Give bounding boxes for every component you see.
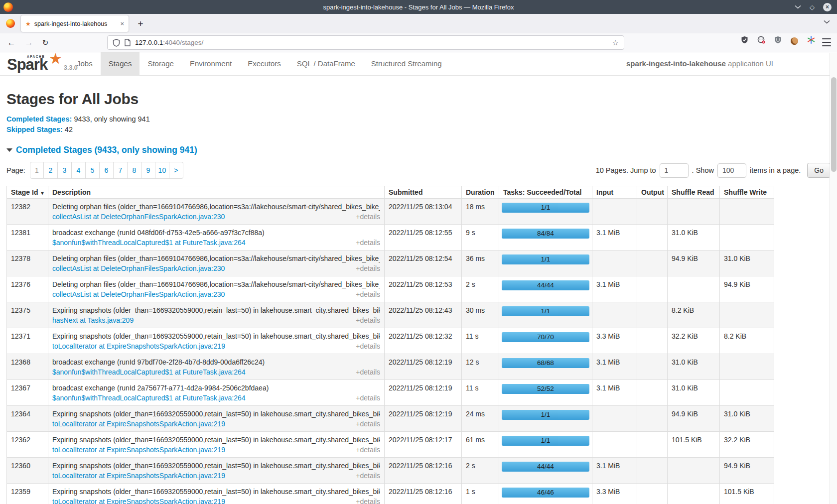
details-toggle[interactable]: +details [356,445,380,455]
page-button-1[interactable]: 1 [30,162,44,179]
details-toggle[interactable]: +details [356,341,380,351]
jump-to-page-input[interactable] [660,163,689,178]
bookmark-star-icon[interactable]: ☆ [612,38,619,47]
items-per-page-input[interactable] [717,163,746,178]
header-description[interactable]: Description [48,186,385,199]
stage-detail-link[interactable]: collectAsList at DeleteOrphanFilesSparkA… [52,289,225,299]
scrollbar-thumb[interactable] [831,77,837,172]
nav-item-sql-dataframe[interactable]: SQL / DataFrame [289,52,363,75]
spark-logo[interactable]: APACHE Spark ★ [7,53,66,75]
nav-item-executors[interactable]: Executors [240,52,289,75]
tasks-cell: 46/46 [499,484,592,504]
header-output[interactable]: Output [637,186,668,199]
page-button-10[interactable]: 10 [155,162,169,179]
site-info-icon[interactable] [125,39,131,46]
header-stage-id[interactable]: Stage Id ▾ [7,186,48,199]
stage-detail-link[interactable]: hasNext at Tasks.java:209 [52,315,134,325]
stage-detail-link[interactable]: toLocalIterator at ExpireSnapshotsSparkA… [52,471,225,481]
nav-item-storage[interactable]: Storage [140,52,182,75]
details-toggle[interactable]: +details [356,393,380,403]
browser-tab[interactable]: ★ spark-ingest-into-lakehous × [21,15,129,32]
page-button-6[interactable]: 6 [100,162,114,179]
stage-detail-link[interactable]: toLocalIterator at ExpireSnapshotsSparkA… [52,419,225,429]
list-tabs-chevron-icon[interactable] [824,20,830,24]
stage-detail-link[interactable]: collectAsList at DeleteOrphanFilesSparkA… [52,263,225,273]
page-content: Stages for All Jobs Completed Stages: 94… [0,76,837,504]
ublock-shield-icon[interactable] [774,36,782,46]
header-duration[interactable]: Duration [462,186,499,199]
page-button-7[interactable]: 7 [114,162,128,179]
nav-item-jobs[interactable]: Jobs [69,52,101,75]
details-toggle[interactable]: +details [356,263,380,273]
input-cell: 3.3 MiB [592,328,637,354]
output-cell [637,484,668,504]
output-cell [637,406,668,432]
asterisk-extension-icon[interactable] [807,36,815,46]
details-toggle[interactable]: +details [356,315,380,325]
cookie-icon[interactable] [791,37,798,45]
menu-icon[interactable] [822,38,831,46]
firefox-icon[interactable] [6,19,15,28]
nav-item-structured-streaming[interactable]: Structured Streaming [363,52,450,75]
header-input[interactable]: Input [592,186,637,199]
page-scrollbar[interactable] [830,53,837,504]
tasks-count: 1/1 [502,254,589,264]
page-button-9[interactable]: 9 [141,162,155,179]
url-bar[interactable]: 127.0.0.1:4040/stages/ ☆ [107,35,624,50]
stage-detail-link[interactable]: toLocalIterator at ExpireSnapshotsSparkA… [52,497,225,504]
input-cell [592,199,637,225]
details-toggle[interactable]: +details [356,471,380,481]
tasks-progress-bar: 52/52 [502,384,589,394]
close-button[interactable]: × [823,3,832,11]
back-button[interactable]: ← [4,36,18,50]
header-submitted[interactable]: Submitted [385,186,462,199]
stage-id-cell: 12382 [7,199,48,225]
header-shuffle-read[interactable]: Shuffle Read [668,186,720,199]
tab-close-icon[interactable]: × [120,20,124,27]
stage-detail-link[interactable]: $anonfun$withThreadLocalCaptured$1 at Fu… [52,367,246,377]
completed-stages-link[interactable]: Completed Stages: [6,115,72,123]
output-cell [637,225,668,251]
stage-detail-link[interactable]: collectAsList at DeleteOrphanFilesSparkA… [52,212,225,222]
tasks-count: 70/70 [502,332,589,342]
details-toggle[interactable]: +details [356,367,380,377]
table-row: 12368 broadcast exchange (runId 97bdf70e… [7,354,774,380]
details-toggle[interactable]: +details [356,419,380,429]
header-tasks[interactable]: Tasks: Succeeded/Total [499,186,592,199]
spark-favicon-icon: ★ [25,20,31,27]
new-tab-button[interactable]: + [134,17,147,31]
next-page-button[interactable]: > [169,162,183,179]
page-button-2[interactable]: 2 [44,162,58,179]
details-toggle[interactable]: +details [356,212,380,222]
page-button-5[interactable]: 5 [86,162,100,179]
submitted-cell: 2022/11/25 08:12:17 [385,432,462,458]
details-toggle[interactable]: +details [356,238,380,248]
maximize-button[interactable]: ◇ [810,4,815,10]
page-button-4[interactable]: 4 [72,162,86,179]
page-button-8[interactable]: 8 [128,162,141,179]
skipped-stages-link[interactable]: Skipped Stages: [6,126,63,133]
shuffle-write-cell [720,380,774,406]
stage-detail-link[interactable]: toLocalIterator at ExpireSnapshotsSparkA… [52,445,225,455]
output-cell [637,380,668,406]
nav-item-environment[interactable]: Environment [182,52,240,75]
tracking-protection-shield-icon[interactable] [113,39,120,47]
duration-cell: 11 s [462,328,499,354]
details-toggle[interactable]: +details [356,289,380,299]
shield-check-extension-icon[interactable] [741,36,748,46]
stage-id-cell: 12364 [7,406,48,432]
header-shuffle-write[interactable]: Shuffle Write [720,186,774,199]
go-button[interactable]: Go [807,163,831,178]
reload-button[interactable]: ↻ [38,36,52,50]
stage-detail-link[interactable]: $anonfun$withThreadLocalCaptured$1 at Fu… [52,238,246,248]
nav-item-stages[interactable]: Stages [101,52,140,75]
stage-detail-link[interactable]: $anonfun$withThreadLocalCaptured$1 at Fu… [52,393,246,403]
minimize-button[interactable] [795,5,801,9]
mask-extension-icon[interactable] [757,36,765,46]
completed-stages-section-toggle[interactable]: Completed Stages (9433, only showing 941… [6,145,831,155]
tasks-progress-bar: 1/1 [502,306,589,316]
forward-button[interactable]: → [22,36,36,50]
page-button-3[interactable]: 3 [58,162,72,179]
stage-detail-link[interactable]: toLocalIterator at ExpireSnapshotsSparkA… [52,341,225,351]
details-toggle[interactable]: +details [356,497,380,504]
